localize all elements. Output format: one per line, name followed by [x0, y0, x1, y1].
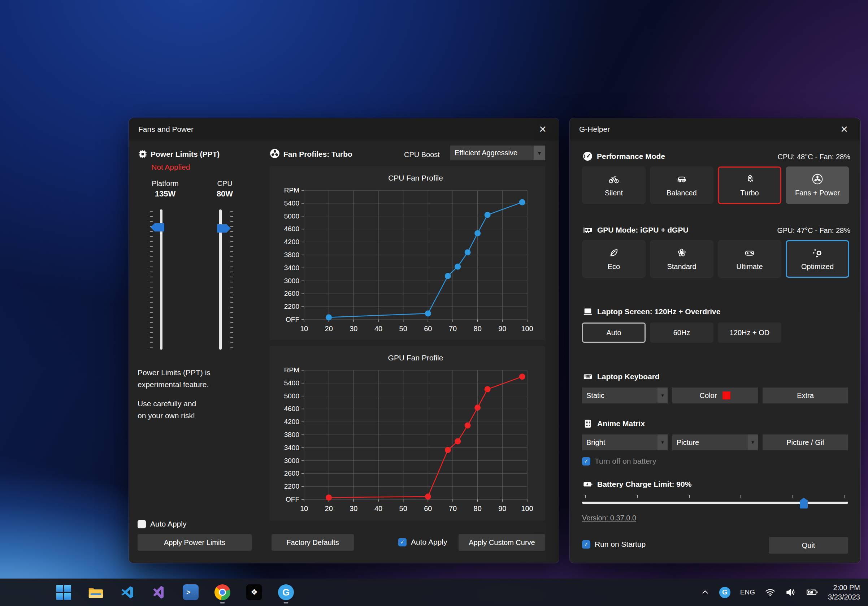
gpu-temp-fan-status: GPU: 47°C - Fan: 28% — [777, 226, 850, 235]
svg-text:30: 30 — [350, 325, 358, 333]
wifi-icon[interactable] — [765, 587, 776, 598]
matrix-content-dropdown[interactable]: Picture ▼ — [672, 434, 758, 450]
cpu-boost-dropdown[interactable]: Efficient Aggressive ▼ — [450, 146, 545, 160]
svg-text:60: 60 — [424, 505, 432, 513]
screen-120hz-od-button[interactable]: 120Hz + OD — [718, 322, 781, 343]
keyboard-mode-dropdown[interactable]: Static ▼ — [582, 387, 668, 403]
svg-text:30: 30 — [350, 505, 358, 513]
close-icon[interactable]: ✕ — [837, 123, 851, 135]
chrome-icon — [214, 584, 230, 600]
matrix-brightness-dropdown[interactable]: Bright ▼ — [582, 434, 668, 450]
svg-text:70: 70 — [449, 505, 457, 513]
matrix-picture-gif-button[interactable]: Picture / Gif — [763, 434, 848, 450]
file-explorer-button[interactable] — [87, 584, 104, 601]
vs-code-icon — [119, 585, 135, 600]
run-on-startup-label: Run on Startup — [595, 540, 646, 549]
fan-profiles-header: Fan Profiles: Turbo — [284, 150, 352, 158]
chevron-down-icon[interactable]: ▼ — [534, 146, 545, 160]
visual-studio-button[interactable] — [150, 584, 167, 601]
g-helper-tray-icon[interactable]: G — [719, 587, 730, 598]
cpu-label: CPU — [195, 180, 254, 188]
keyboard-extra-button[interactable]: Extra — [763, 387, 848, 403]
matrix-icon — [583, 418, 593, 429]
power-limit-sliders — [135, 209, 254, 350]
tray-date: 3/23/2023 — [828, 592, 860, 602]
apply-power-limits-button[interactable]: Apply Power Limits — [138, 534, 252, 551]
svg-text:3400: 3400 — [284, 264, 299, 271]
svg-text:4600: 4600 — [284, 225, 299, 232]
svg-text:3800: 3800 — [284, 431, 299, 439]
gpu-standard-button[interactable]: Standard — [650, 240, 713, 278]
quit-button[interactable]: Quit — [769, 537, 848, 553]
file-explorer-icon — [87, 584, 104, 601]
keyboard-controls-row: Static ▼ Color Extra — [582, 387, 848, 403]
gpu-ultimate-button[interactable]: Ultimate — [718, 240, 781, 278]
laptop-icon — [583, 307, 593, 317]
mode-fans-power-button[interactable]: Fans + Power — [786, 166, 849, 204]
version-link[interactable]: Version: 0.37.0.0 — [582, 514, 636, 522]
volume-icon[interactable] — [785, 587, 796, 598]
mode-turbo-button[interactable]: Turbo — [718, 166, 781, 204]
car-icon — [676, 174, 687, 185]
performance-mode-buttons: Silent Balanced Turbo Fans + Power — [582, 166, 849, 204]
terminal-button[interactable]: >_ — [182, 584, 199, 601]
cpu-fan-profile-chart[interactable]: CPU Fan ProfileRPM5400500046004200380034… — [270, 166, 545, 340]
vs-code-button[interactable] — [118, 584, 136, 601]
flower-icon — [676, 247, 687, 259]
turn-off-on-battery-checkbox[interactable]: ✓ — [582, 457, 591, 465]
run-on-startup-checkbox[interactable]: ✓ — [582, 540, 591, 549]
curve-auto-apply-label: Auto Apply — [411, 538, 447, 546]
g-helper-button[interactable]: G — [277, 584, 294, 601]
fans-and-power-window: Fans and Power ✕ Power Limits (PPT) Not … — [129, 118, 559, 563]
gpu-fan-profile-chart[interactable]: GPU Fan ProfileRPM5400500046004200380034… — [270, 346, 545, 521]
color-swatch — [722, 392, 730, 400]
svg-text:80: 80 — [474, 505, 482, 513]
anime-matrix-header: Anime Matrix — [583, 418, 645, 429]
screen-refresh-buttons: Auto 60Hz 120Hz + OD — [582, 322, 781, 343]
chevron-up-icon[interactable] — [701, 588, 710, 597]
running-indicator — [220, 602, 225, 603]
screen-60hz-button[interactable]: 60Hz — [650, 322, 713, 343]
fan-icon — [812, 174, 823, 185]
gpu-optimized-button[interactable]: Optimized — [786, 240, 849, 278]
chrome-button[interactable] — [214, 584, 231, 601]
start-button[interactable] — [55, 584, 72, 601]
svg-text:2600: 2600 — [284, 290, 299, 297]
close-icon[interactable]: ✕ — [536, 123, 550, 135]
battery-charge-slider[interactable] — [582, 495, 848, 510]
mode-balanced-button[interactable]: Balanced — [650, 166, 713, 204]
slider-ticks — [230, 211, 233, 348]
screen-auto-button[interactable]: Auto — [582, 322, 646, 343]
battery-slider-thumb[interactable] — [800, 498, 808, 508]
svg-text:90: 90 — [498, 505, 506, 513]
tidal-button[interactable]: ❖ — [245, 584, 263, 601]
keyboard-color-button[interactable]: Color — [672, 387, 758, 403]
laptop-screen-header: Laptop Screen: 120Hz + Overdrive — [583, 307, 720, 317]
language-indicator[interactable]: ENG — [740, 588, 755, 596]
power-auto-apply-checkbox[interactable] — [138, 520, 146, 529]
gpu-eco-button[interactable]: Eco — [582, 240, 646, 278]
performance-mode-header: Performance Mode — [583, 151, 665, 161]
battery-tray-icon[interactable] — [806, 586, 818, 598]
fans-window-title: Fans and Power — [138, 125, 194, 133]
clock[interactable]: 2:00 PM 3/23/2023 — [828, 583, 860, 602]
system-tray: G ENG 2:00 PM 3/23/2023 — [701, 578, 860, 606]
mode-silent-button[interactable]: Silent — [582, 166, 646, 204]
svg-text:60: 60 — [424, 325, 432, 333]
leaf-icon — [608, 247, 620, 259]
g-helper-titlebar[interactable]: G-Helper ✕ — [570, 118, 860, 141]
power-limits-columns: Platform 135W CPU 80W — [135, 180, 254, 198]
cpu-slider-thumb[interactable] — [217, 224, 231, 232]
svg-text:RPM: RPM — [284, 186, 299, 194]
svg-text:20: 20 — [325, 325, 333, 333]
svg-text:2600: 2600 — [284, 470, 299, 477]
apply-custom-curve-button[interactable]: Apply Custom Curve — [459, 534, 545, 551]
gpu-mode-header: GPU Mode: iGPU + dGPU — [583, 225, 688, 235]
svg-text:CPU Fan Profile: CPU Fan Profile — [388, 174, 443, 182]
svg-text:50: 50 — [399, 325, 407, 333]
factory-defaults-button[interactable]: Factory Defaults — [271, 534, 354, 551]
curve-auto-apply-checkbox[interactable]: ✓ — [398, 538, 406, 546]
fans-window-titlebar[interactable]: Fans and Power ✕ — [129, 118, 559, 141]
windows-start-icon — [56, 585, 71, 600]
battery-slider-track[interactable] — [582, 502, 848, 504]
